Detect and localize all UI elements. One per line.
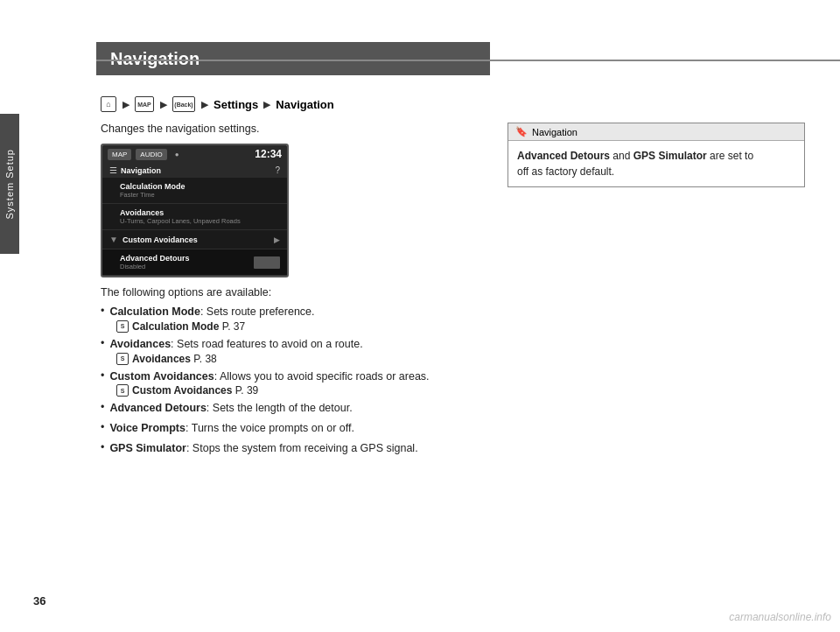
question-icon: ? <box>275 165 280 175</box>
note-are-set: are set to <box>707 150 753 162</box>
screen-row-4: Advanced Detours Disabled <box>102 249 287 276</box>
option-gps-simulator-name: GPS Simulator <box>109 442 186 454</box>
option-avoidances: • Avoidances: Sets road features to avoi… <box>101 336 486 365</box>
option-custom-avoidances-main: • Custom Avoidances: Allows you to avoid… <box>101 369 486 385</box>
option-custom-avoidances-name: Custom Avoidances <box>109 370 214 383</box>
side-tab-label: System Setup <box>4 149 15 219</box>
ref-label-1: Calculation Mode P. 37 <box>132 320 245 333</box>
down-arrow-icon: ▼ <box>109 235 118 244</box>
header-title-box: Navigation <box>96 42 490 75</box>
ref-icon-1: S <box>116 320 129 333</box>
note-header-label: Navigation <box>532 127 578 137</box>
option-voice-prompts: • Voice Prompts: Turns the voice prompts… <box>101 420 486 437</box>
option-calculation-mode-name: Calculation Mode <box>109 305 200 318</box>
bullet-6: • <box>101 441 104 453</box>
screen-row-4-content: Advanced Detours Disabled <box>120 254 190 270</box>
screen-row-1: Calculation Mode Faster Time <box>102 178 287 204</box>
option-voice-prompts-name: Voice Prompts <box>109 422 186 434</box>
screen-toggle <box>254 256 280 269</box>
note-box: 🔖 Navigation Advanced Detours and GPS Si… <box>508 123 805 187</box>
screen-nav-header: ☰ Navigation ? <box>102 163 287 178</box>
screen-row-3-arrow: ▶ <box>274 235 280 244</box>
screen-row-3-left: ▼ Custom Avoidances <box>109 235 198 244</box>
bullet-4: • <box>101 401 104 413</box>
menu-icon: ☰ <box>109 165 117 175</box>
ref-label-3: Custom Avoidances P. 39 <box>132 384 258 397</box>
note-header: 🔖 Navigation <box>508 123 804 141</box>
bullet-2: • <box>101 337 104 349</box>
page-number: 36 <box>33 594 46 607</box>
screen-row-4-sub: Disabled <box>120 263 190 270</box>
option-voice-prompts-main: • Voice Prompts: Turns the voice prompts… <box>101 420 486 437</box>
option-calculation-mode-ref: S Calculation Mode P. 37 <box>116 320 486 333</box>
ref-icon-2: S <box>116 353 129 365</box>
back-icon: (Back) <box>172 96 195 112</box>
note-line2: off as factory default. <box>517 165 614 178</box>
options-intro: The following options are available: <box>101 286 486 298</box>
note-content: Advanced Detours and GPS Simulator are s… <box>508 141 804 186</box>
screen-time: 12:34 <box>255 148 282 160</box>
arrow3: ▶ <box>201 99 208 110</box>
map-tab: MAP <box>108 149 131 160</box>
breadcrumb: ⌂ ▶ MAP ▶ (Back) ▶ Settings ▶ Navigation <box>101 96 486 112</box>
side-tab: System Setup <box>0 114 19 254</box>
home-icon: ⌂ <box>101 96 116 112</box>
arrow1: ▶ <box>122 99 130 110</box>
option-custom-avoidances-text: Custom Avoidances: Allows you to avoid s… <box>109 369 429 385</box>
option-avoidances-main: • Avoidances: Sets road features to avoi… <box>101 336 486 353</box>
ref-label-2: Avoidances P. 38 <box>132 353 217 365</box>
note-advanced-detours: Advanced Detours <box>517 150 610 162</box>
ref-icon-3: S <box>116 384 129 397</box>
options-list: The following options are available: • C… <box>101 286 486 457</box>
option-gps-simulator-text: GPS Simulator: Stops the system from rec… <box>109 440 417 457</box>
option-gps-simulator: • GPS Simulator: Stops the system from r… <box>101 440 486 457</box>
option-avoidances-ref: S Avoidances P. 38 <box>116 353 486 365</box>
screen-row-3: ▼ Custom Avoidances ▶ <box>102 230 287 249</box>
screen-row-2-sub: U-Turns, Carpool Lanes, Unpaved Roads <box>120 217 280 225</box>
page-title: Navigation <box>110 49 200 69</box>
arrow2: ▶ <box>160 99 167 110</box>
screen-row-3-title: Custom Avoidances <box>122 235 198 244</box>
description: Changes the navigation settings. <box>101 123 486 135</box>
header-bar <box>96 60 840 61</box>
main-content: ⌂ ▶ MAP ▶ (Back) ▶ Settings ▶ Navigation… <box>101 79 486 460</box>
screen-row-4-title: Advanced Detours <box>120 254 190 263</box>
option-calculation-mode: • Calculation Mode: Sets route preferenc… <box>101 304 486 333</box>
option-custom-avoidances-ref: S Custom Avoidances P. 39 <box>116 384 486 397</box>
bullet-3: • <box>101 369 104 382</box>
screen-top-bar: MAP AUDIO ● 12:34 <box>102 145 287 163</box>
right-panel: 🔖 Navigation Advanced Detours and GPS Si… <box>508 123 805 187</box>
option-custom-avoidances: • Custom Avoidances: Allows you to avoid… <box>101 369 486 397</box>
note-and: and <box>610 150 634 162</box>
bullet-5: • <box>101 421 104 433</box>
note-gps-simulator: GPS Simulator <box>634 150 707 162</box>
option-calculation-mode-text: Calculation Mode: Sets route preference. <box>109 304 314 320</box>
screen-row-2-title: Avoidances <box>120 208 280 217</box>
option-advanced-detours: • Advanced Detours: Sets the length of t… <box>101 400 486 417</box>
screen-nav-left: ☰ Navigation <box>109 165 161 175</box>
map-icon: MAP <box>135 96 154 112</box>
option-avoidances-text: Avoidances: Sets road features to avoid … <box>109 336 362 353</box>
option-gps-simulator-main: • GPS Simulator: Stops the system from r… <box>101 440 486 457</box>
bullet-1: • <box>101 305 104 317</box>
screen-row-1-sub: Faster Time <box>120 191 280 199</box>
option-calculation-mode-main: • Calculation Mode: Sets route preferenc… <box>101 304 486 320</box>
screen-dot: ● <box>175 151 179 158</box>
option-voice-prompts-text: Voice Prompts: Turns the voice prompts o… <box>109 420 354 437</box>
watermark: carmanualsonline.info <box>729 611 831 623</box>
audio-tab: AUDIO <box>136 149 166 160</box>
screen-mockup: MAP AUDIO ● 12:34 ☰ Navigation ? Calcula… <box>101 144 289 277</box>
screen-row-2: Avoidances U-Turns, Carpool Lanes, Unpav… <box>102 204 287 230</box>
screen-tabs: MAP AUDIO ● <box>108 149 179 160</box>
screen-row-1-title: Calculation Mode <box>120 182 280 191</box>
option-advanced-detours-text: Advanced Detours: Sets the length of the… <box>109 400 352 417</box>
nav-label: Navigation <box>276 98 333 111</box>
settings-label: Settings <box>214 98 258 111</box>
option-advanced-detours-main: • Advanced Detours: Sets the length of t… <box>101 400 486 417</box>
option-advanced-detours-name: Advanced Detours <box>109 402 206 414</box>
note-header-icon: 🔖 <box>515 126 528 137</box>
screen-nav-label: Navigation <box>121 166 161 175</box>
arrow4: ▶ <box>263 99 270 110</box>
option-avoidances-name: Avoidances <box>109 338 171 350</box>
